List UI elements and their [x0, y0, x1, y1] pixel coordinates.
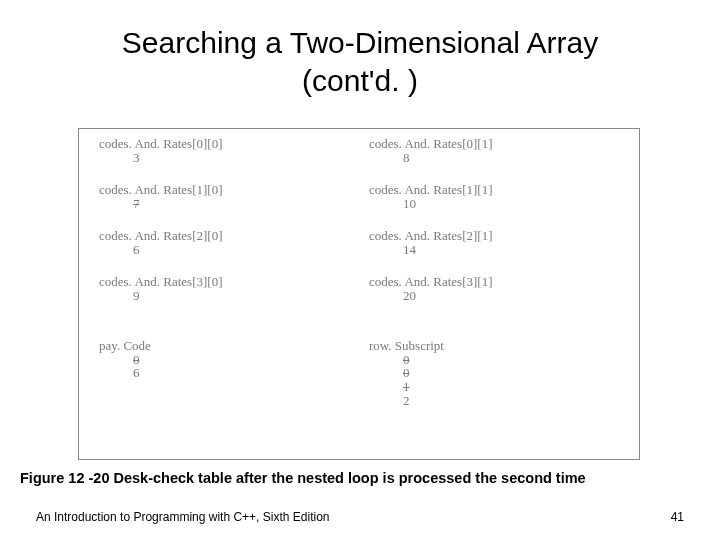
cell-value: 10: [369, 197, 619, 211]
cell-label: codes. And. Rates[1][0]: [99, 183, 349, 197]
cell-r1c1: codes. And. Rates[1][1] 10: [369, 183, 619, 210]
paycode-block: pay. Code 0 6: [99, 339, 349, 380]
cell-value: 9: [99, 289, 349, 303]
title-line-1: Searching a Two-Dimensional Array: [122, 26, 598, 59]
cell-label: codes. And. Rates[2][0]: [99, 229, 349, 243]
cell-r0c0: codes. And. Rates[0][0] 3: [99, 137, 349, 164]
cell-value: 7: [99, 197, 349, 211]
cell-label: codes. And. Rates[3][1]: [369, 275, 619, 289]
rowsub-value: 2: [369, 394, 619, 408]
rowsub-struck-3: 1: [369, 380, 619, 394]
figure-caption: Figure 12 -20 Desk-check table after the…: [20, 470, 586, 486]
cell-value: 3: [99, 151, 349, 165]
cell-value: 14: [369, 243, 619, 257]
paycode-value: 6: [99, 366, 349, 380]
cell-value: 6: [99, 243, 349, 257]
slide-title: Searching a Two-Dimensional Array (cont'…: [0, 0, 720, 99]
cell-value: 20: [369, 289, 619, 303]
rowsub-struck-1: 0: [369, 353, 619, 367]
cell-r2c0: codes. And. Rates[2][0] 6: [99, 229, 349, 256]
cell-label: codes. And. Rates[2][1]: [369, 229, 619, 243]
title-line-2: (cont'd. ): [302, 64, 418, 97]
page-number: 41: [671, 510, 684, 524]
cell-r3c1: codes. And. Rates[3][1] 20: [369, 275, 619, 302]
cell-value: 8: [369, 151, 619, 165]
cell-r0c1: codes. And. Rates[0][1] 8: [369, 137, 619, 164]
cell-label: codes. And. Rates[0][1]: [369, 137, 619, 151]
cell-label: codes. And. Rates[0][0]: [99, 137, 349, 151]
rowsub-struck-2: 0: [369, 366, 619, 380]
cell-label: codes. And. Rates[1][1]: [369, 183, 619, 197]
cell-r1c0: codes. And. Rates[1][0] 7: [99, 183, 349, 210]
cell-r3c0: codes. And. Rates[3][0] 9: [99, 275, 349, 302]
figure-box: codes. And. Rates[0][0] 3 codes. And. Ra…: [78, 128, 640, 460]
slide: Searching a Two-Dimensional Array (cont'…: [0, 0, 720, 540]
rowsub-label: row. Subscript: [369, 339, 619, 353]
rowsubscript-block: row. Subscript 0 0 1 2: [369, 339, 619, 407]
cell-label: codes. And. Rates[3][0]: [99, 275, 349, 289]
footer-book-title: An Introduction to Programming with C++,…: [36, 510, 329, 524]
paycode-struck: 0: [99, 353, 349, 367]
cell-r2c1: codes. And. Rates[2][1] 14: [369, 229, 619, 256]
paycode-label: pay. Code: [99, 339, 349, 353]
